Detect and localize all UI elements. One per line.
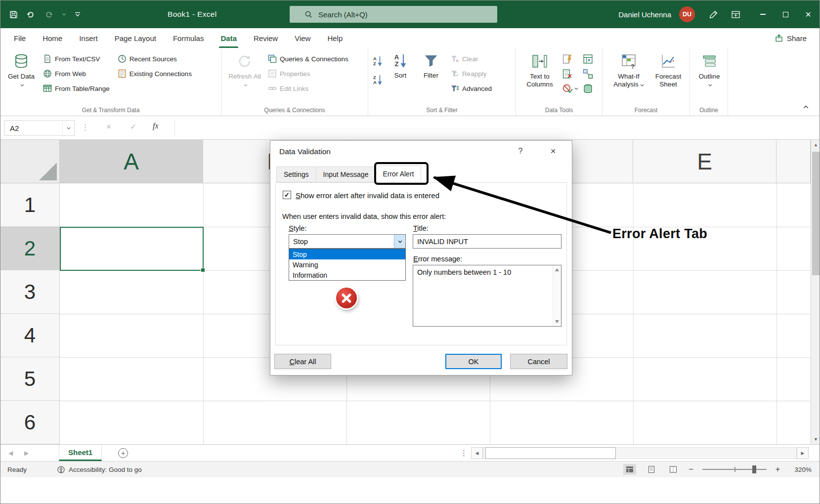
sheet-tab-sheet1[interactable]: Sheet1 (59, 445, 102, 461)
tab-insert[interactable]: Insert (71, 28, 106, 48)
scroll-left-icon[interactable]: ◀ (471, 447, 483, 459)
textarea-scrollbar[interactable] (553, 265, 561, 326)
column-header-partial[interactable] (777, 140, 811, 183)
row-header-3[interactable]: 3 (0, 270, 60, 314)
from-web-button[interactable]: From Web (43, 69, 110, 79)
tab-view[interactable]: View (286, 28, 319, 48)
consolidate-icon[interactable] (583, 54, 593, 64)
tab-review[interactable]: Review (245, 28, 286, 48)
horizontal-scrollbar[interactable] (483, 447, 797, 459)
next-sheet-icon[interactable]: ▶ (24, 450, 29, 457)
tab-formulas[interactable]: Formulas (165, 28, 213, 48)
selected-cell-a2[interactable] (60, 227, 204, 271)
get-data-button[interactable]: Get Data (5, 52, 37, 88)
dialog-close-button[interactable]: × (546, 146, 560, 157)
scroll-down-icon[interactable]: ▼ (811, 434, 820, 444)
zoom-in-button[interactable]: + (776, 465, 780, 474)
recent-sources-button[interactable]: Recent Sources (118, 54, 192, 64)
dialog-tab-settings[interactable]: Settings (276, 167, 316, 182)
remove-duplicates-icon[interactable] (562, 69, 578, 79)
clear-all-button[interactable]: Clear All (274, 354, 331, 369)
row-header-2[interactable]: 2 (0, 227, 60, 270)
what-if-analysis-button[interactable]: ? What-If Analysis (609, 52, 648, 88)
vertical-scrollbar[interactable]: ▲ ▼ (811, 140, 820, 444)
row-header-5[interactable]: 5 (0, 357, 60, 401)
data-validation-icon[interactable] (562, 84, 578, 94)
tab-page-layout[interactable]: Page Layout (106, 28, 165, 48)
filter-button[interactable]: Filter (418, 52, 444, 80)
cancel-button[interactable]: Cancel (510, 354, 567, 369)
vertical-scroll-thumb[interactable] (812, 152, 820, 275)
column-header-a[interactable]: A (60, 140, 203, 183)
forecast-sheet-button[interactable]: Forecast Sheet (653, 52, 684, 88)
scroll-right-icon[interactable]: ▶ (797, 447, 809, 459)
name-box[interactable]: A2 (4, 120, 75, 136)
refresh-all-button[interactable]: Refresh All (228, 52, 261, 88)
select-all-button[interactable] (0, 140, 60, 183)
dialog-tab-input-message[interactable]: Input Message (316, 167, 376, 182)
zoom-out-button[interactable]: − (689, 465, 693, 474)
tab-help[interactable]: Help (319, 28, 351, 48)
tab-data[interactable]: Data (212, 28, 245, 48)
show-error-alert-checkbox[interactable]: ✓ (283, 191, 291, 199)
formula-input[interactable] (174, 120, 815, 136)
manage-data-model-icon[interactable] (583, 84, 593, 94)
search-box[interactable]: Search (Alt+Q) (290, 6, 497, 23)
undo-icon[interactable] (26, 10, 36, 19)
row-header-1[interactable]: 1 (0, 183, 60, 227)
scroll-up-icon[interactable] (555, 268, 559, 271)
name-box-chevron-icon[interactable] (62, 121, 74, 135)
row-header-6[interactable]: 6 (0, 401, 60, 444)
advanced-filter-button[interactable]: Advanced (450, 84, 492, 93)
tab-file[interactable]: File (5, 28, 34, 48)
close-button[interactable]: × (797, 0, 820, 28)
formula-bar-drag-handle-icon[interactable]: ⋮ (82, 123, 89, 132)
dialog-help-button[interactable]: ? (515, 147, 526, 156)
user-name[interactable]: Daniel Uchenna (618, 10, 671, 19)
zoom-level[interactable]: 320% (789, 466, 812, 473)
sort-button[interactable]: AZ Sort (387, 52, 414, 80)
relationships-icon[interactable] (583, 69, 593, 79)
zoom-slider[interactable] (702, 465, 767, 474)
maximize-button[interactable] (774, 0, 797, 28)
scroll-up-icon[interactable]: ▲ (811, 140, 820, 150)
ribbon-display-options-icon[interactable] (731, 10, 740, 19)
inking-pen-icon[interactable] (709, 10, 718, 19)
text-to-columns-button[interactable]: Text to Columns (522, 52, 558, 88)
tab-home[interactable]: Home (34, 28, 71, 48)
scroll-down-icon[interactable] (555, 320, 559, 323)
sheet-options-dots-icon[interactable]: ⋮ (460, 449, 468, 458)
title-input[interactable]: INVALID INPUT (413, 234, 561, 249)
from-text-csv-button[interactable]: From Text/CSV (43, 54, 110, 64)
column-header-e[interactable]: E (633, 140, 777, 183)
outline-button[interactable]: Outline (693, 52, 725, 86)
collapse-ribbon-button[interactable] (802, 102, 809, 111)
from-table-range-button[interactable]: From Table/Range (43, 84, 110, 93)
fill-handle[interactable] (201, 268, 205, 272)
page-layout-view-button[interactable] (645, 464, 658, 475)
accessibility-status[interactable]: Accessibility: Good to go (57, 466, 142, 473)
insert-function-icon[interactable]: fx (153, 122, 159, 130)
user-avatar[interactable]: DU (679, 6, 695, 22)
sort-az-ascending-button[interactable]: AZ (373, 56, 382, 67)
customize-quick-access-icon[interactable] (75, 12, 81, 17)
new-sheet-button[interactable]: + (118, 448, 128, 458)
minimize-button[interactable] (751, 0, 774, 28)
page-break-preview-button[interactable] (667, 464, 680, 475)
style-option-information[interactable]: Information (289, 270, 405, 280)
previous-sheet-icon[interactable]: ◀ (8, 450, 13, 457)
sort-za-descending-button[interactable]: ZA (373, 75, 382, 85)
zoom-slider-thumb[interactable] (752, 465, 756, 473)
save-icon[interactable] (9, 10, 18, 19)
normal-view-button[interactable] (623, 464, 636, 475)
error-message-textarea[interactable]: Only numbers between 1 - 10 (413, 265, 561, 327)
flash-fill-icon[interactable] (562, 54, 578, 64)
queries-connections-button[interactable]: Queries & Connections (268, 54, 348, 64)
row-header-4[interactable]: 4 (0, 314, 60, 357)
style-option-warning[interactable]: Warning (289, 259, 405, 270)
existing-connections-button[interactable]: Existing Connections (118, 69, 192, 79)
share-button[interactable]: Share (775, 28, 820, 48)
style-dropdown[interactable]: Stop (289, 234, 406, 249)
horizontal-scroll-thumb[interactable] (485, 447, 616, 459)
style-option-stop[interactable]: Stop (289, 249, 405, 259)
